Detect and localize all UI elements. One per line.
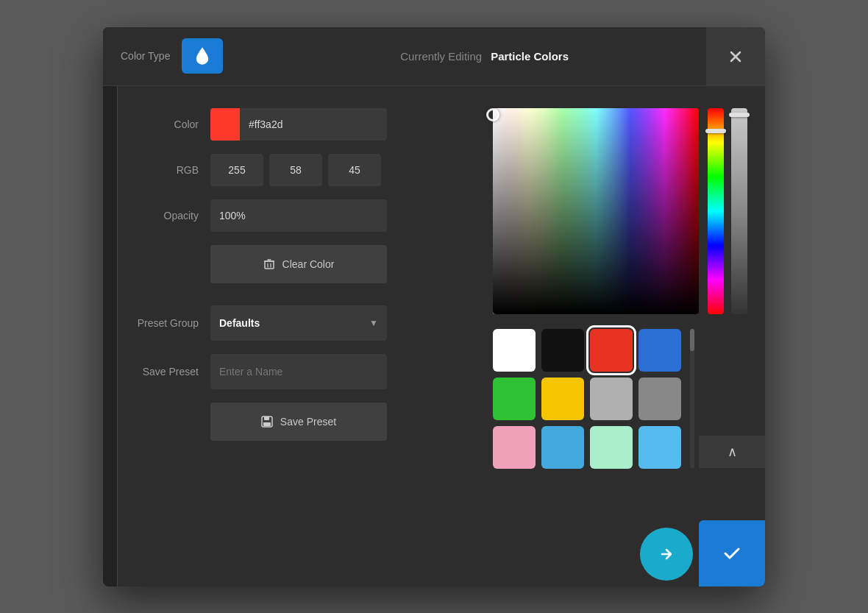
- preset-swatch-gray[interactable]: [638, 378, 681, 420]
- dialog-footer: ∧: [640, 520, 765, 587]
- picker-handle[interactable]: [486, 108, 499, 121]
- preset-swatch-light-gray[interactable]: [590, 378, 633, 420]
- svg-rect-9: [263, 422, 271, 426]
- preset-swatch-green[interactable]: [493, 378, 536, 420]
- save-preset-top-label: Save Preset: [125, 366, 199, 378]
- dialog-header: Color Type Currently Editing Particle Co…: [103, 27, 765, 86]
- left-panel: Color RGB Opacity: [103, 108, 485, 469]
- save-preset-btn-label: Save Preset: [280, 416, 336, 428]
- preset-swatch-blue[interactable]: [638, 329, 681, 372]
- save-preset-input[interactable]: [210, 354, 387, 389]
- svg-rect-8: [264, 417, 269, 420]
- preset-group-row: Preset Group Defaults ▼: [125, 305, 463, 341]
- color-picker-dialog: Color Type Currently Editing Particle Co…: [103, 27, 765, 587]
- droplet-icon: [192, 46, 213, 66]
- save-preset-button[interactable]: Save Preset: [210, 403, 387, 441]
- arrow-right-icon: [656, 544, 677, 564]
- preset-group-label: Preset Group: [125, 317, 199, 329]
- opacity-label: Opacity: [125, 210, 199, 222]
- preset-swatch-light-green[interactable]: [590, 426, 633, 469]
- color-hex-input[interactable]: [240, 118, 387, 130]
- color-label: Color: [125, 118, 199, 130]
- preset-swatch-yellow[interactable]: [541, 378, 584, 420]
- preset-swatch-light-blue[interactable]: [638, 426, 681, 469]
- close-button[interactable]: [706, 27, 765, 86]
- dialog-body: Color RGB Opacity: [103, 86, 765, 491]
- confirm-button[interactable]: [699, 520, 765, 587]
- color-type-label: Color Type: [121, 50, 170, 62]
- clear-color-button[interactable]: Clear Color: [210, 245, 387, 283]
- preset-swatch-sky-blue[interactable]: [541, 426, 584, 469]
- rgb-inputs: [210, 154, 381, 186]
- trash-icon: [263, 258, 275, 270]
- color-gradient[interactable]: [493, 108, 699, 314]
- rgb-g-input[interactable]: [269, 154, 322, 186]
- color-gradient-inner: [493, 108, 699, 314]
- color-picker-area: [493, 108, 750, 314]
- side-strip: [103, 27, 118, 587]
- rgb-b-input[interactable]: [328, 154, 381, 186]
- close-icon: [728, 49, 743, 64]
- save-preset-row: Save Preset: [125, 354, 463, 389]
- svg-rect-2: [265, 261, 274, 269]
- presets-scrollbar-thumb[interactable]: [690, 329, 694, 351]
- preset-swatch-pink[interactable]: [493, 426, 536, 469]
- opacity-input[interactable]: [210, 199, 387, 232]
- preset-group-select-wrapper: Defaults ▼: [210, 305, 387, 341]
- color-type-button[interactable]: [182, 38, 223, 74]
- preset-swatch-black[interactable]: [541, 329, 584, 372]
- collapse-button[interactable]: ∧: [699, 436, 765, 468]
- color-swatch[interactable]: [210, 108, 240, 141]
- color-input-group: [210, 108, 387, 141]
- currently-editing-section: Currently Editing Particle Colors: [400, 50, 569, 63]
- gradient-black: [493, 108, 699, 314]
- color-row: Color: [125, 108, 463, 141]
- alpha-slider[interactable]: [731, 108, 747, 314]
- currently-editing-label: Currently Editing: [400, 50, 482, 63]
- save-icon: [261, 416, 273, 428]
- preset-swatch-white[interactable]: [493, 329, 536, 372]
- hue-slider-thumb[interactable]: [705, 129, 726, 133]
- preset-swatch-red[interactable]: [590, 329, 633, 372]
- rgb-row: RGB: [125, 154, 463, 186]
- clear-color-label: Clear Color: [282, 258, 335, 270]
- color-type-section: Color Type: [121, 38, 223, 74]
- right-panel: [485, 108, 765, 469]
- presets-grid: [493, 329, 681, 469]
- alpha-slider-thumb[interactable]: [729, 113, 750, 117]
- preset-group-select[interactable]: Defaults: [210, 305, 387, 341]
- presets-scrollbar[interactable]: [690, 329, 694, 469]
- currently-editing-value: Particle Colors: [491, 50, 569, 63]
- checkmark-icon: [720, 542, 744, 565]
- next-button[interactable]: [640, 528, 693, 581]
- chevron-up-icon: ∧: [728, 444, 737, 460]
- rgb-label: RGB: [125, 164, 199, 176]
- hue-slider[interactable]: [708, 108, 724, 314]
- sliders-area: [708, 108, 747, 314]
- rgb-r-input[interactable]: [210, 154, 263, 186]
- opacity-row: Opacity: [125, 199, 463, 232]
